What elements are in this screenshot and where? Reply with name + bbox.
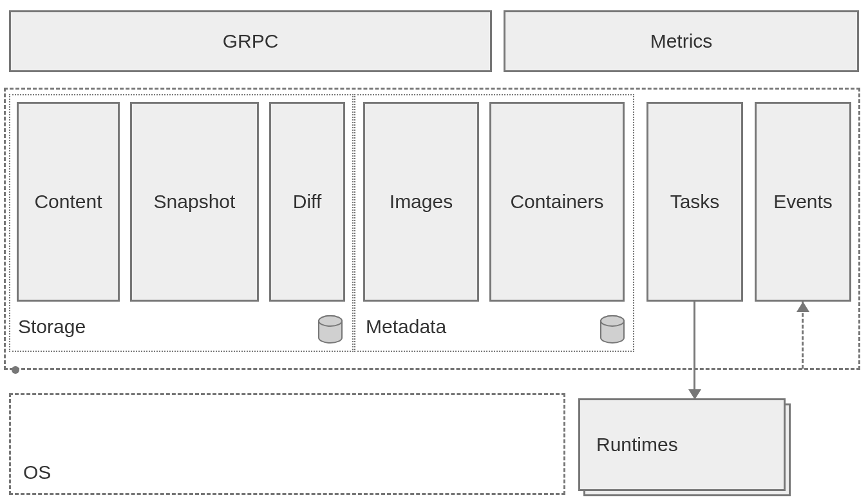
images-box: Images [363, 102, 479, 302]
os-label: OS [23, 461, 51, 483]
runtimes-label: Runtimes [596, 434, 678, 456]
content-label: Content [34, 191, 102, 213]
metrics-box: Metrics [504, 10, 859, 72]
containers-label: Containers [510, 191, 603, 213]
diff-box: Diff [269, 102, 345, 302]
events-box: Events [755, 102, 851, 302]
metadata-db-icon [599, 315, 626, 344]
metrics-label: Metrics [650, 30, 713, 52]
grpc-label: GRPC [223, 30, 279, 52]
events-label: Events [773, 191, 833, 213]
snapshot-box: Snapshot [130, 102, 259, 302]
svg-point-1 [319, 316, 342, 326]
containers-box: Containers [489, 102, 625, 302]
os-box [9, 393, 565, 495]
runtimes-box: Runtimes [578, 398, 786, 491]
svg-point-3 [601, 316, 624, 326]
grpc-box: GRPC [9, 10, 492, 72]
tasks-to-runtimes-line [693, 302, 695, 392]
metadata-label: Metadata [366, 316, 446, 338]
tasks-label: Tasks [670, 191, 720, 213]
content-box: Content [17, 102, 120, 302]
storage-db-icon [317, 315, 344, 344]
diff-label: Diff [293, 191, 321, 213]
snapshot-label: Snapshot [154, 191, 236, 213]
events-arrowhead [797, 302, 809, 312]
storage-label: Storage [18, 316, 86, 338]
images-label: Images [390, 191, 453, 213]
connector-dot [12, 366, 19, 374]
runtimes-front: Runtimes [578, 398, 786, 491]
tasks-box: Tasks [646, 102, 743, 302]
